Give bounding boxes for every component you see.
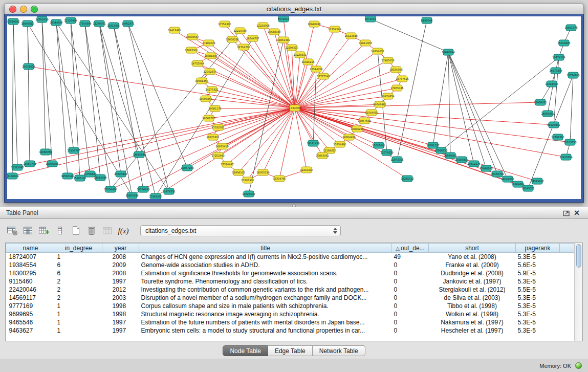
column-header-name[interactable]: name (6, 244, 55, 253)
table-cell[interactable]: 2008 (102, 269, 139, 277)
table-cell[interactable]: 2 (55, 294, 102, 302)
table-cell[interactable]: 0 (392, 277, 429, 286)
table-cell[interactable]: 5.3E-5 (516, 277, 560, 286)
table-row[interactable]: 969969511998Structural magnetic resonanc… (6, 310, 575, 318)
table-cell[interactable]: 0 (392, 318, 429, 326)
network-canvas[interactable]: 1724096180395471728467816022301183818951… (7, 16, 581, 199)
table-cell[interactable]: Disruption of a novel member of a sodium… (139, 294, 392, 302)
table-cell[interactable]: Tibbo et al. (1998) (429, 302, 516, 310)
table-cell[interactable]: 5.3E-5 (516, 326, 560, 335)
table-cell[interactable]: 9115460 (6, 277, 55, 286)
table-cell[interactable]: 2003 (102, 294, 139, 302)
table-cell[interactable]: 5.3E-5 (516, 294, 560, 302)
table-cell[interactable]: 1997 (102, 277, 139, 286)
table-cell[interactable]: 19384554 (6, 261, 55, 269)
table-cell[interactable]: Yano et al. (2008) (429, 253, 516, 261)
table-cell[interactable]: 0 (392, 286, 429, 294)
show-columns-button[interactable] (21, 224, 35, 237)
table-row[interactable]: 1872400712008Changes of HCN gene express… (6, 253, 575, 261)
close-panel-button[interactable]: × (572, 208, 582, 218)
table-cell[interactable]: 0 (392, 294, 429, 302)
table-mode-button[interactable] (5, 224, 19, 237)
table-cell[interactable]: 22420046 (6, 286, 55, 294)
function-builder-button[interactable]: f(x) (116, 224, 130, 237)
table-row[interactable]: 946554611997Estimation of the future num… (6, 318, 575, 326)
zoom-window-button[interactable] (31, 6, 38, 13)
table-cell[interactable]: 6 (55, 269, 102, 277)
table-cell[interactable]: Wolkin et al. (1998) (429, 310, 516, 318)
column-header-short[interactable]: short (429, 244, 516, 253)
table-cell[interactable]: de Silva et al. (2003) (429, 294, 516, 302)
table-cell[interactable]: 0 (392, 302, 429, 310)
create-column-button[interactable] (37, 224, 51, 237)
table-cell[interactable]: Estimation of significance thresholds fo… (139, 269, 392, 277)
table-cell[interactable]: 9777169 (6, 302, 55, 310)
table-cell[interactable]: Genome-wide association studies in ADHD. (139, 261, 392, 269)
table-cell[interactable]: 1998 (102, 310, 139, 318)
column-header-pagerank[interactable]: pagerank (516, 244, 560, 253)
table-cell[interactable]: 14569117 (6, 294, 55, 302)
table-cell[interactable]: 2008 (102, 253, 139, 261)
table-cell[interactable]: Hescheler et al. (1997) (429, 326, 516, 335)
table-cell[interactable]: Nakamura et al. (1997) (429, 318, 516, 326)
new-table-button[interactable] (69, 224, 83, 237)
table-cell[interactable]: 5.9E-5 (516, 269, 560, 277)
table-row[interactable]: 1830029562008Estimation of significance … (6, 269, 575, 277)
table-cell[interactable]: 1998 (102, 302, 139, 310)
column-header-out_de[interactable]: △out_de... (392, 244, 429, 253)
table-cell[interactable]: Estimation of the future numbers of pati… (139, 318, 392, 326)
table-cell[interactable]: Tourette syndrome. Phenomenology and cla… (139, 277, 392, 286)
close-window-button[interactable] (9, 6, 16, 13)
table-cell[interactable]: Dudbridge et al. (2008) (429, 269, 516, 277)
tab-node-table[interactable]: Node Table (223, 345, 268, 356)
table-cell[interactable]: 1997 (102, 318, 139, 326)
vertical-scrollbar[interactable] (574, 243, 582, 341)
import-table-button[interactable] (100, 224, 115, 237)
table-cell[interactable]: 5.3E-5 (516, 302, 560, 310)
table-row[interactable]: 1456911722003Disruption of a novel membe… (6, 294, 575, 302)
table-cell[interactable]: 2009 (102, 261, 139, 269)
table-cell[interactable]: 1 (55, 310, 102, 318)
table-cell[interactable]: Jankovic et al. (1997) (429, 277, 516, 286)
table-selector-dropdown[interactable]: citations_edges.txt (140, 225, 341, 236)
table-cell[interactable]: 1 (55, 318, 102, 326)
table-cell[interactable]: 9465546 (6, 318, 55, 326)
table-cell[interactable]: 5.3E-5 (516, 253, 560, 261)
table-cell[interactable]: 2 (55, 277, 102, 286)
table-cell[interactable]: 1 (55, 253, 102, 261)
table-cell[interactable]: 9699695 (6, 310, 55, 318)
table-row[interactable]: 2242004622012Investigating the contribut… (6, 286, 575, 294)
table-cell[interactable]: 0 (392, 310, 429, 318)
table-cell[interactable]: 0 (392, 261, 429, 269)
table-cell[interactable]: 0 (392, 269, 429, 277)
column-header-title[interactable]: title (139, 244, 392, 253)
table-cell[interactable]: Changes of HCN gene expression and I(f) … (139, 253, 392, 261)
column-header-in_degree[interactable]: in_degree (55, 244, 102, 253)
network-graph[interactable]: 1724096180395471728467816022301183818951… (7, 16, 581, 199)
table-cell[interactable]: 5.5E-5 (516, 286, 560, 294)
table-cell[interactable]: 18724007 (6, 253, 55, 261)
float-panel-button[interactable] (561, 208, 572, 218)
scrollbar-thumb[interactable] (576, 244, 581, 268)
table-cell[interactable]: Investigating the contribution of common… (139, 286, 392, 294)
table-row[interactable]: 1938455462009Genome-wide association stu… (6, 261, 575, 269)
rename-column-button[interactable] (53, 224, 67, 237)
table-cell[interactable]: 9463627 (6, 326, 55, 335)
table-cell[interactable]: 1 (55, 326, 102, 335)
table-row[interactable]: 946362711997Embryonic stem cells: a mode… (6, 326, 575, 335)
table-cell[interactable]: 6 (55, 261, 102, 269)
minimize-window-button[interactable] (20, 6, 27, 13)
window-titlebar[interactable]: citations_edges.txt (4, 3, 584, 14)
table-cell[interactable]: 0 (392, 326, 429, 335)
table-cell[interactable]: 5.6E-5 (516, 261, 560, 269)
table-cell[interactable]: 5.3E-5 (516, 310, 560, 318)
table-row[interactable]: 911546021997Tourette syndrome. Phenomeno… (6, 277, 575, 286)
table-cell[interactable]: 5.3E-5 (516, 318, 560, 326)
table-cell[interactable]: 1 (55, 302, 102, 310)
column-header-year[interactable]: year (102, 244, 139, 253)
table-cell[interactable]: 1997 (102, 326, 139, 335)
table-row[interactable]: 977716911998Corpus callosum shape and si… (6, 302, 575, 310)
tab-network-table[interactable]: Network Table (313, 345, 365, 356)
delete-table-button[interactable] (84, 224, 99, 237)
table-cell[interactable]: 18300295 (6, 269, 55, 277)
